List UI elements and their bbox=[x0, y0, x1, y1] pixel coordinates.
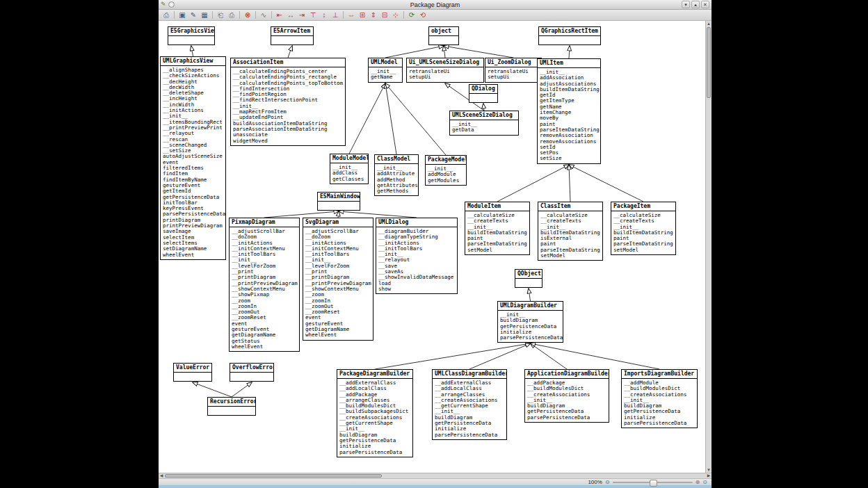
toolbar-separator bbox=[403, 11, 404, 19]
scroll-right-icon[interactable]: ▶ bbox=[706, 473, 712, 478]
class-name: OverflowError bbox=[230, 364, 273, 373]
class-box-ClassModel[interactable]: ClassModel__init__ addAttribute addMetho… bbox=[374, 154, 419, 196]
class-box-ApplicationDiagramBuilder[interactable]: ApplicationDiagramBuilder__addPackage __… bbox=[524, 369, 609, 423]
toolbar-separator bbox=[174, 11, 175, 19]
toolbar-separator bbox=[271, 11, 272, 19]
class-box-E5MainWindow[interactable]: E5MainWindow bbox=[317, 192, 360, 211]
class-box-ModuleItem[interactable]: ModuleItem__calculateSize __createTexts … bbox=[465, 202, 530, 255]
class-box-PackageItem[interactable]: PackageItem__calculateSize __createTexts… bbox=[611, 202, 676, 255]
class-box-OverflowError[interactable]: OverflowError bbox=[230, 363, 274, 382]
class-name: UMLDiagramBuilder bbox=[498, 302, 563, 311]
adjust-size-icon[interactable]: ⊹ bbox=[391, 10, 401, 19]
align-left-icon[interactable]: ⇤ bbox=[275, 10, 284, 19]
class-box-UMLModel[interactable]: UMLModel__init__ getName bbox=[368, 58, 403, 83]
horizontal-scrollbar-thumb[interactable] bbox=[165, 474, 382, 478]
class-name: ApplicationDiagramBuilder bbox=[525, 370, 609, 379]
size-vertically-icon[interactable]: ⊟ bbox=[380, 10, 389, 19]
class-box-Ui_UMLSceneSizeDialog[interactable]: Ui_UMLSceneSizeDialogretranslateUi setup… bbox=[406, 58, 484, 83]
class-name: UMLClassDiagramBuilder bbox=[433, 370, 506, 379]
class-box-ModuleModel[interactable]: ModuleModel__init__ addClass getClasses bbox=[330, 154, 369, 184]
maximize-window-button[interactable]: ▴ bbox=[691, 1, 700, 8]
diagram-canvas[interactable]: E5GraphicsViewUMLGraphicsView__alignShap… bbox=[159, 21, 706, 473]
size-horizontally-icon[interactable]: ⊞ bbox=[357, 10, 367, 19]
class-box-PixmapDiagram[interactable]: PixmapDiagram__adjustScrollBar __doZoom … bbox=[229, 218, 300, 352]
class-box-UMLSceneSizeDialog[interactable]: UMLSceneSizeDialog__init__ getData bbox=[449, 111, 519, 136]
class-box-QObject[interactable]: QObject bbox=[515, 269, 542, 288]
class-name: UMLGraphicsView bbox=[161, 57, 225, 66]
horizontal-scrollbar[interactable]: ◀ ▶ bbox=[159, 473, 712, 478]
class-name: QObject bbox=[515, 270, 542, 279]
class-box-UMLItem[interactable]: UMLItem__init__ addAssociation adjustAss… bbox=[537, 58, 601, 164]
rescan-icon[interactable]: ⟲ bbox=[418, 10, 428, 19]
window-title: Package Diagram bbox=[159, 1, 712, 8]
close-window-button[interactable]: ✕ bbox=[701, 1, 709, 8]
class-box-AssociationItem[interactable]: AssociationItem__calculateEndingPoints_c… bbox=[230, 58, 346, 146]
zoom-reset-icon[interactable]: ⊙ bbox=[702, 479, 707, 485]
save-image-icon[interactable]: ▦ bbox=[200, 10, 209, 19]
class-name: ModuleItem bbox=[465, 202, 529, 211]
class-box-object[interactable]: object bbox=[428, 26, 459, 45]
zoom-out-icon[interactable]: ⊖ bbox=[605, 479, 610, 485]
class-name: E5ArrowItem bbox=[271, 27, 313, 36]
class-methods bbox=[174, 373, 211, 381]
add-association-icon[interactable]: ∿ bbox=[259, 10, 268, 19]
class-name: ValueError bbox=[174, 364, 211, 373]
class-methods: retranslateUi setupUi bbox=[407, 67, 483, 82]
align-top-icon[interactable]: ⊤ bbox=[308, 10, 318, 19]
toolbar-separator bbox=[343, 11, 344, 19]
scroll-up-icon[interactable]: ▲ bbox=[706, 21, 712, 26]
align-right-icon[interactable]: ⇥ bbox=[297, 10, 307, 19]
class-box-E5GraphicsView[interactable]: E5GraphicsView bbox=[168, 26, 215, 45]
class-box-UMLGraphicsView[interactable]: UMLGraphicsView__alignShapes __checkSize… bbox=[160, 56, 226, 260]
minimize-window-button[interactable]: ▾ bbox=[682, 1, 690, 8]
class-box-PackageModel[interactable]: PackageModel__init__ addModule getModule… bbox=[425, 155, 467, 186]
zoom-slider-handle[interactable] bbox=[650, 480, 657, 487]
class-box-RecursionError[interactable]: RecursionError bbox=[207, 397, 256, 416]
scroll-down-icon[interactable]: ▼ bbox=[706, 467, 712, 473]
print-icon[interactable]: ⎙ bbox=[161, 10, 171, 19]
class-box-UMLClassDiagramBuilder[interactable]: UMLClassDiagramBuilder__addExternalClass… bbox=[432, 369, 507, 440]
class-box-ValueError[interactable]: ValueError bbox=[173, 363, 212, 382]
toolbar: ⎙▣✎▦⎗⎙⊗∿⇤↔⇥⊤↕⊥⇔⊞⇕⊟⊹⟳⟲ bbox=[159, 10, 712, 21]
align-hcenter-icon[interactable]: ↔ bbox=[286, 10, 296, 19]
scroll-left-icon[interactable]: ◀ bbox=[159, 473, 164, 478]
save-as-icon[interactable]: ✎ bbox=[188, 10, 198, 19]
vertical-scrollbar[interactable]: ▲ ▼ bbox=[705, 21, 712, 473]
zoom-in-icon[interactable]: ⊕ bbox=[696, 479, 700, 485]
class-name: E5MainWindow bbox=[318, 193, 360, 202]
class-methods: __calculateSize __createTexts __init__ b… bbox=[611, 211, 675, 254]
class-box-QGraphicsRectItem[interactable]: QGraphicsRectItem bbox=[538, 26, 601, 45]
class-methods: __init__ addClass getClasses bbox=[330, 163, 368, 184]
class-methods: __addModule __buildModulesDict __createA… bbox=[622, 379, 697, 428]
class-box-PackageDiagramBuilder[interactable]: PackageDiagramBuilder__addExternalClass … bbox=[337, 369, 413, 457]
close-diagram-icon[interactable]: ⊗ bbox=[243, 10, 252, 19]
toolbar-separator bbox=[255, 11, 256, 19]
print-diagram-icon[interactable]: ⎙ bbox=[227, 10, 236, 19]
class-box-SvgDiagram[interactable]: SvgDiagram__adjustScrollBar __doZoom __i… bbox=[303, 218, 373, 341]
zoom-slider[interactable] bbox=[613, 480, 693, 485]
class-box-UMLDialog[interactable]: UMLDialog__diagramBuilder __diagramTypeS… bbox=[376, 218, 458, 294]
class-box-ImportsDiagramBuilder[interactable]: ImportsDiagramBuilder__addModule __build… bbox=[621, 369, 698, 428]
class-box-UMLDiagramBuilder[interactable]: UMLDiagramBuilder__init__ buildDiagram g… bbox=[497, 301, 563, 343]
print-preview-icon[interactable]: ⎗ bbox=[216, 10, 225, 19]
class-box-ClassItem[interactable]: ClassItem__calculateSize __createTexts _… bbox=[538, 202, 603, 261]
class-methods: __addExternalClass __addLocalClass __arr… bbox=[433, 379, 506, 439]
class-methods: __addExternalClass __addLocalClass __add… bbox=[337, 379, 412, 457]
vertical-scrollbar-thumb[interactable] bbox=[707, 27, 711, 98]
class-box-Ui_ZoomDialog[interactable]: Ui_ZoomDialogretranslateUi setupUi bbox=[485, 58, 542, 83]
title-bar[interactable]: ✎ Package Diagram ▾▴✕ bbox=[159, 0, 712, 10]
class-name: SvgDiagram bbox=[303, 218, 373, 227]
class-name: object bbox=[429, 27, 458, 36]
class-box-QDialog[interactable]: QDialog bbox=[469, 84, 498, 103]
class-name: Ui_ZoomDialog bbox=[485, 58, 541, 67]
align-bottom-icon[interactable]: ⊥ bbox=[330, 10, 340, 19]
class-methods bbox=[168, 36, 214, 44]
class-methods bbox=[318, 202, 360, 210]
space-vertically-icon[interactable]: ⇕ bbox=[369, 10, 378, 19]
save-icon[interactable]: ▣ bbox=[177, 10, 187, 19]
class-box-E5ArrowItem[interactable]: E5ArrowItem bbox=[271, 26, 314, 45]
space-horizontally-icon[interactable]: ⇔ bbox=[346, 10, 356, 19]
class-methods: __diagramBuilder __diagramTypeString __i… bbox=[376, 227, 457, 293]
align-vcenter-icon[interactable]: ↕ bbox=[319, 10, 329, 19]
relayout-icon[interactable]: ⟳ bbox=[407, 10, 417, 19]
